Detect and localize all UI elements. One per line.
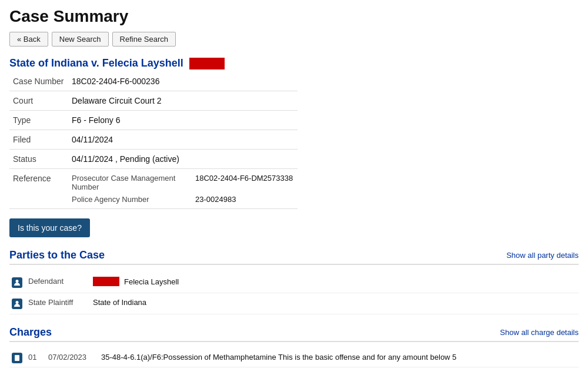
status-row: Status 04/11/2024 , Pending (active) — [9, 150, 298, 169]
case-number-label: Case Number — [9, 72, 68, 91]
charge-num-0: 01 — [28, 353, 42, 362]
case-number-value: 18C02-2404-F6-000236 — [68, 72, 298, 91]
case-number-row: Case Number 18C02-2404-F6-000236 — [9, 72, 298, 91]
refine-search-button[interactable]: Refine Search — [112, 32, 176, 47]
svg-point-0 — [16, 280, 19, 283]
filed-value: 04/11/2024 — [68, 130, 298, 150]
police-agency-label: Police Agency Number — [72, 195, 183, 204]
party-icon-state-plaintiff — [12, 299, 22, 309]
case-header: State of Indiana v. Felecia Layshell — [9, 57, 579, 69]
parties-title: Parties to the Case — [9, 249, 105, 261]
defendant-role: Defendant — [28, 277, 87, 286]
filed-row: Filed 04/11/2024 — [9, 130, 298, 150]
charge-desc-0: 35-48-4-6.1(a)/F6:Possession of Methamph… — [101, 353, 576, 362]
reference-row-0: Prosecutor Case Management Number 18C02-… — [72, 174, 294, 191]
back-button[interactable]: « Back — [9, 32, 48, 47]
state-plaintiff-name-area: State of Indiana — [93, 298, 576, 307]
new-search-button[interactable]: New Search — [52, 32, 109, 47]
police-agency-value: 23-0024983 — [195, 195, 236, 204]
defendant-name-area: Felecia Layshell — [93, 277, 576, 286]
charge-icon-0 — [12, 353, 22, 363]
court-value: Delaware Circuit Court 2 — [68, 91, 298, 111]
prosecutor-case-value: 18C02-2404-F6-DM2573338 — [195, 174, 293, 191]
filed-label: Filed — [9, 130, 68, 150]
reference-row-1: Police Agency Number 23-0024983 — [72, 195, 294, 204]
party-icon-defendant — [12, 277, 22, 288]
parties-section: Parties to the Case Show all party detai… — [9, 249, 579, 314]
toolbar: « Back New Search Refine Search — [9, 32, 579, 47]
document-icon — [14, 354, 21, 362]
court-row: Court Delaware Circuit Court 2 — [9, 91, 298, 111]
defendant-name: Felecia Layshell — [124, 277, 179, 286]
status-value: 04/11/2024 , Pending (active) — [68, 150, 298, 169]
reference-values: Prosecutor Case Management Number 18C02-… — [68, 169, 298, 209]
charge-row-0: 01 07/02/2023 35-48-4-6.1(a)/F6:Possessi… — [9, 349, 579, 367]
type-value: F6 - Felony 6 — [68, 111, 298, 130]
page-title: Case Summary — [9, 7, 579, 26]
state-plaintiff-name: State of Indiana — [93, 298, 146, 307]
charges-section: Charges Show all charge details 01 07/02… — [9, 326, 579, 367]
person-icon-2 — [14, 300, 21, 307]
reference-row: Reference Prosecutor Case Management Num… — [9, 169, 298, 209]
show-all-parties-link[interactable]: Show all party details — [506, 251, 579, 260]
person-icon — [14, 279, 21, 286]
defendant-redacted — [93, 277, 119, 286]
charge-date-0: 07/02/2023 — [48, 353, 95, 362]
case-title: State of Indiana v. Felecia Layshell — [9, 57, 183, 69]
is-your-case-button[interactable]: Is this your case? — [9, 218, 90, 237]
charges-title: Charges — [9, 326, 52, 339]
party-row-state-plaintiff: State Plaintiff State of Indiana — [9, 293, 579, 314]
status-label: Status — [9, 150, 68, 169]
type-row: Type F6 - Felony 6 — [9, 111, 298, 130]
charges-section-header: Charges Show all charge details — [9, 326, 579, 342]
case-info-table: Case Number 18C02-2404-F6-000236 Court D… — [9, 72, 298, 209]
reference-label: Reference — [9, 169, 68, 209]
case-title-redacted — [189, 58, 225, 69]
party-row-defendant: Defendant Felecia Layshell — [9, 272, 579, 293]
reference-sub: Prosecutor Case Management Number 18C02-… — [72, 174, 294, 204]
show-all-charges-link[interactable]: Show all charge details — [500, 328, 579, 337]
prosecutor-case-label: Prosecutor Case Management Number — [72, 174, 183, 191]
svg-point-1 — [16, 301, 19, 304]
court-label: Court — [9, 91, 68, 111]
type-label: Type — [9, 111, 68, 130]
state-plaintiff-role: State Plaintiff — [28, 298, 87, 307]
parties-section-header: Parties to the Case Show all party detai… — [9, 249, 579, 265]
